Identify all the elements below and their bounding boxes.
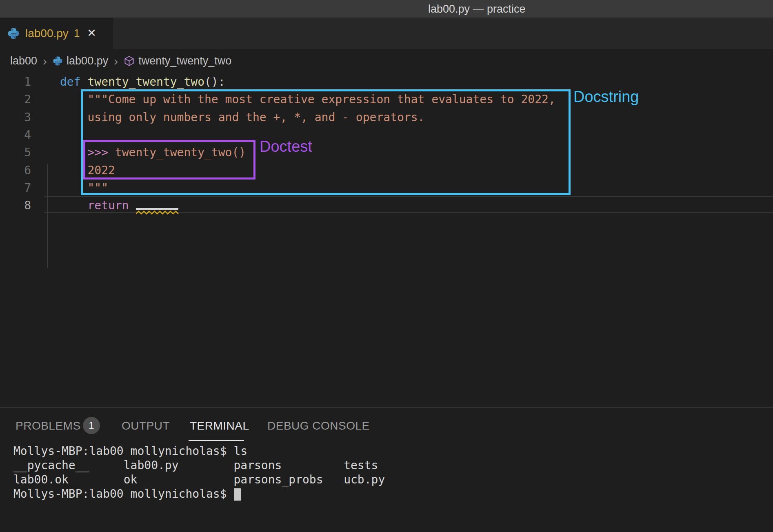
current-line-border-top — [44, 196, 773, 197]
line-number: 1 — [0, 73, 31, 91]
terminal-row: __pycache__ lab00.py parsons tests — [13, 458, 378, 472]
breadcrumb-file[interactable]: lab00.py — [67, 55, 108, 67]
keyword-def: def — [60, 75, 87, 89]
tab-bar: lab00.py 1 ✕ — [0, 18, 773, 49]
chevron-right-icon: › — [43, 55, 47, 67]
line-number: 5 — [0, 144, 31, 161]
chevron-right-icon: › — [114, 55, 118, 67]
panel-tab-debug-console[interactable]: DEBUG CONSOLE — [267, 420, 370, 432]
python-icon-small — [53, 56, 63, 66]
doctest-highlight-box — [83, 140, 255, 180]
line-number: 3 — [0, 109, 31, 126]
breadcrumb-symbol[interactable]: twenty_twenty_two — [138, 55, 231, 67]
punctuation: (): — [204, 75, 225, 89]
symbol-cube-icon — [124, 55, 135, 66]
breadcrumb-folder[interactable]: lab00 — [10, 55, 37, 67]
tab-lab00[interactable]: lab00.py 1 ✕ — [0, 18, 113, 49]
docstring-label: Docstring — [573, 89, 639, 104]
panel-tab-terminal[interactable]: TERMINAL — [190, 420, 249, 432]
breadcrumb: lab00 › lab00.py › twenty_twenty_two — [10, 49, 231, 73]
tab-dirty-count: 1 — [74, 27, 80, 40]
python-icon — [7, 27, 20, 40]
panel-top-border — [0, 407, 773, 408]
close-icon[interactable]: ✕ — [87, 28, 96, 39]
keyword-return: return — [60, 197, 129, 214]
tab-filename: lab00.py — [25, 27, 69, 40]
terminal-cursor — [234, 488, 241, 501]
title-bar: lab00.py — practice — [0, 0, 773, 18]
line-number: 4 — [0, 126, 31, 144]
line-number: 6 — [0, 162, 31, 179]
function-name: twenty_twenty_two — [87, 75, 204, 89]
line-number: 2 — [0, 91, 31, 108]
panel-tab-output[interactable]: OUTPUT — [122, 420, 170, 432]
line-number: 7 — [0, 179, 31, 197]
window-title: lab00.py — practice — [428, 3, 526, 16]
line-number-active: 8 — [0, 197, 31, 214]
code-line-8[interactable]: 8 return — [0, 197, 773, 214]
terminal-active-underline — [189, 440, 244, 441]
terminal-prompt-row: Mollys-MBP:lab00 mollynicholas$ — [13, 487, 241, 501]
warning-squiggle-icon — [136, 210, 179, 215]
terminal-row: lab00.ok ok parsons_probs ucb.py — [13, 472, 385, 487]
terminal-output[interactable]: Mollys-MBP:lab00 mollynicholas$ ls __pyc… — [0, 442, 773, 532]
terminal-prompt: Mollys-MBP:lab00 mollynicholas$ — [13, 487, 233, 501]
problems-badge: 1 — [83, 417, 100, 434]
terminal-row: Mollys-MBP:lab00 mollynicholas$ ls — [13, 444, 247, 458]
doctest-label: Doctest — [260, 139, 312, 154]
panel-tab-problems[interactable]: PROBLEMS — [16, 420, 81, 432]
code-line-1[interactable]: 1 def twenty_twenty_two(): — [0, 73, 773, 91]
